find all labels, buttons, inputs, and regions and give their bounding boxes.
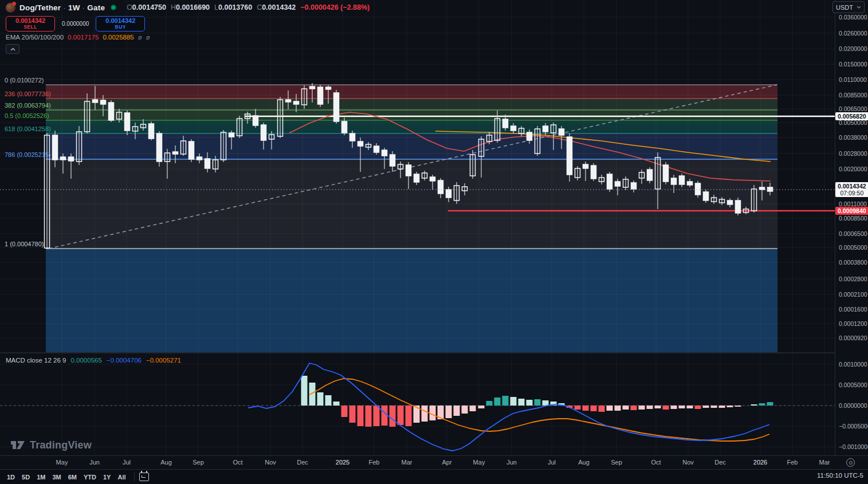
candle-body	[631, 183, 637, 189]
macd-legend[interactable]: MACD close 12 26 9 0.0000565 −0.0004706 …	[6, 357, 181, 364]
macd-histogram-bar	[317, 392, 324, 406]
time-tick[interactable]: Mar	[819, 459, 830, 466]
ema-empty-1: ø	[138, 34, 142, 41]
candle-body	[358, 141, 363, 146]
market-status-icon[interactable]	[111, 5, 116, 10]
bottom-toolbar: 1D5D1M3M6MYTD1YAll	[0, 469, 868, 484]
price-tick: 0.0360000	[839, 14, 867, 21]
macd-histogram-bar	[575, 406, 581, 410]
price-axis[interactable]: 0.03600000.02600000.02000000.01500000.01…	[835, 0, 868, 455]
currency-dropdown[interactable]: USDT	[832, 1, 865, 13]
ema-legend[interactable]: EMA 20/50/100/200 0.0017175 0.0025885 ø …	[6, 34, 150, 41]
separator: ·	[80, 3, 88, 12]
time-tick[interactable]: Aug	[160, 459, 172, 466]
macd-histogram-bar	[671, 406, 677, 409]
fib-band	[46, 99, 777, 110]
range-button-3m[interactable]: 3M	[49, 472, 64, 482]
time-tick[interactable]: Dec	[297, 459, 308, 466]
macd-value-3: −0.0005271	[146, 357, 181, 364]
candle-body	[286, 100, 291, 102]
macd-histogram-bar	[510, 397, 517, 406]
macd-histogram-bar	[591, 406, 597, 411]
time-axis[interactable]: MayJunJulAugSepOctNovDec2025FebMarAprMay…	[0, 455, 868, 469]
toolbar-divider	[134, 472, 135, 482]
time-tick[interactable]: Dec	[714, 459, 726, 466]
collapse-legend-button[interactable]	[6, 44, 19, 54]
time-tick[interactable]: 2026	[753, 459, 767, 466]
time-tick[interactable]: Sep	[193, 459, 204, 466]
time-tick[interactable]: May	[56, 459, 68, 466]
go-to-date-icon[interactable]	[139, 473, 149, 481]
range-button-1m[interactable]: 1M	[33, 472, 49, 482]
candle-body	[149, 124, 154, 139]
fib-level-label: 786 (0.0025215)	[5, 151, 44, 158]
macd-histogram-bar	[639, 406, 645, 410]
range-button-1y[interactable]: 1Y	[100, 472, 114, 482]
candle-body	[125, 113, 130, 131]
time-tick[interactable]: May	[473, 459, 485, 466]
tradingview-logo[interactable]: TradingView	[10, 438, 92, 452]
chart-header: Dog/Tether·1W·Gate O0.0014750 H0.0016690…	[0, 0, 370, 15]
time-tick[interactable]: Jul	[548, 459, 556, 466]
symbol-name[interactable]: Dog/Tether	[19, 3, 61, 12]
time-tick[interactable]: Oct	[233, 459, 242, 466]
range-button-1d[interactable]: 1D	[3, 472, 18, 482]
ohlc-values: O0.0014750 H0.0016690 L0.0013760 C0.0014…	[122, 3, 370, 11]
candle-body	[527, 132, 532, 140]
sell-button[interactable]: 0.0014342 SELL	[6, 16, 55, 32]
time-tick[interactable]: Feb	[369, 459, 380, 466]
range-button-all[interactable]: All	[114, 472, 129, 482]
range-button-5d[interactable]: 5D	[18, 472, 33, 482]
price-tick: 0.0000920	[839, 335, 867, 341]
candle-body	[61, 157, 66, 160]
candle-body	[93, 100, 98, 103]
time-tick[interactable]: Jun	[506, 459, 517, 466]
interval-button[interactable]: 1W	[68, 3, 80, 12]
candle-body	[101, 100, 106, 104]
candle-body	[390, 155, 395, 166]
macd-histogram-bar	[703, 406, 709, 408]
symbol-button[interactable]: Dog/Tether·1W·Gate	[19, 3, 105, 12]
time-tick[interactable]: Jun	[89, 459, 100, 466]
price-tick: 0.0038000	[839, 134, 867, 141]
candle-body	[671, 178, 677, 184]
macd-histogram-bar	[543, 400, 549, 406]
order-panel: 0.0014342 SELL 0.0000000 0.0014342 BUY	[6, 16, 145, 32]
candle-body	[334, 93, 339, 121]
macd-histogram-bar	[727, 406, 733, 407]
symbol-logo-icon	[6, 3, 15, 13]
clock[interactable]: 11:50:10 UTC-5	[817, 472, 863, 479]
time-tick[interactable]: Aug	[578, 459, 590, 466]
time-tick[interactable]: Nov	[682, 459, 694, 466]
exchange-name[interactable]: Gate	[87, 3, 105, 12]
range-button-6m[interactable]: 6M	[65, 472, 80, 482]
range-button-ytd[interactable]: YTD	[80, 472, 100, 482]
candle-body	[663, 165, 669, 182]
macd-histogram-bar	[711, 406, 717, 408]
gear-icon[interactable]	[846, 458, 855, 467]
current-price-label: 0.001434207:09:50	[835, 182, 868, 197]
time-tick[interactable]: 2025	[336, 459, 349, 466]
time-tick[interactable]: Apr	[442, 459, 451, 466]
open-label: O	[127, 3, 132, 11]
buy-button[interactable]: 0.0014342 BUY	[96, 16, 145, 32]
macd-value-1: 0.0000565	[70, 357, 101, 364]
time-tick[interactable]: Jul	[123, 459, 131, 466]
candle-body	[189, 141, 194, 159]
candle-body	[310, 86, 315, 89]
time-tick[interactable]: Nov	[265, 459, 276, 466]
fib-band	[46, 85, 777, 99]
candle-body	[318, 87, 323, 104]
candle-body	[567, 137, 572, 175]
candle-body	[503, 119, 508, 128]
time-tick[interactable]: Feb	[787, 459, 798, 466]
candle-body	[294, 101, 299, 104]
macd-histogram-bar	[767, 402, 773, 406]
time-tick[interactable]: Mar	[402, 459, 413, 466]
time-tick[interactable]: Sep	[611, 459, 622, 466]
time-tick[interactable]: Oct	[651, 459, 661, 466]
candle-body	[197, 157, 202, 160]
price-chart-canvas[interactable]	[0, 0, 835, 455]
candle-body	[261, 125, 266, 140]
macd-histogram-bar	[663, 406, 669, 410]
